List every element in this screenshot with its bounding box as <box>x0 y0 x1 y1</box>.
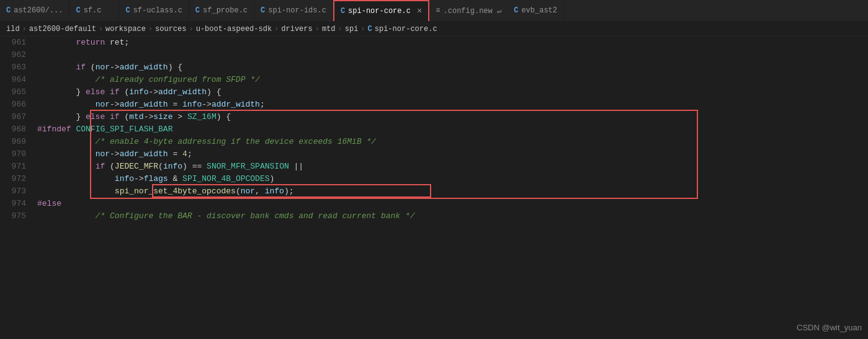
tab-evb-ast2[interactable]: C evb_ast2 <box>508 0 564 22</box>
list-icon: ≡ <box>436 6 440 15</box>
code-line-975: /* Configure the BAR - discover bank cmd… <box>37 210 868 222</box>
c-file-icon: C <box>261 6 265 15</box>
close-icon[interactable]: × <box>417 6 422 16</box>
code-line-969: /* enable 4-byte addressing if the devic… <box>37 136 868 148</box>
tab-label: ast2600/... <box>14 6 63 15</box>
tab-sf-uclass[interactable]: C sf-uclass.c <box>119 0 189 22</box>
c-breadcrumb-icon: C <box>368 25 372 33</box>
c-file-icon: C <box>341 7 345 15</box>
tab-label: spi-nor-core.c <box>348 7 411 15</box>
breadcrumb: ild › ast2600-default › workspace › sour… <box>0 22 868 37</box>
code-line-970: nor->addr_width = 4; <box>37 148 868 161</box>
tab-label: sf-uclass.c <box>133 6 182 15</box>
code-line-964: /* already configured from SFDP */ <box>37 74 868 86</box>
code-line-963: if (nor->addr_width) { <box>37 61 868 74</box>
code-line-966: nor->addr_width = info->addr_width; <box>37 99 868 111</box>
tab-label: .config.new ↵ <box>444 6 502 15</box>
c-file-icon: C <box>6 6 11 15</box>
c-file-icon: C <box>514 6 518 15</box>
tab-sf-c[interactable]: C sf.c <box>69 0 119 22</box>
c-file-icon: C <box>195 6 200 15</box>
code-line-961: return ret; <box>37 37 868 49</box>
tab-label: sf.c <box>84 6 102 15</box>
code-line-968: #ifndef CONFIG_SPI_FLASH_BAR <box>37 123 868 136</box>
code-content: return ret; if (nor->addr_width) { /* al… <box>31 37 868 339</box>
code-line-967: } else if (mtd->size > SZ_16M) { <box>37 111 868 123</box>
tab-bar: C ast2600/... C sf.c C sf-uclass.c C sf_… <box>0 0 868 22</box>
code-line-973: spi_nor_set_4byte_opcodes(nor, info); <box>37 185 868 198</box>
code-line-962 <box>37 49 868 61</box>
line-numbers: 961 962 963 964 965 966 967 968 969 970 … <box>0 37 31 339</box>
code-line-971: if (JEDEC_MFR(info) == SNOR_MFR_SPANSION… <box>37 161 868 173</box>
tab-sf-probe[interactable]: C sf_probe.c <box>189 0 254 22</box>
tab-label: spi-nor-ids.c <box>268 6 326 15</box>
tab-config-new[interactable]: ≡ .config.new ↵ <box>429 6 508 15</box>
tab-label: sf_probe.c <box>203 6 248 15</box>
code-area: 961 962 963 964 965 966 967 968 969 970 … <box>0 37 868 339</box>
c-file-icon: C <box>125 6 130 15</box>
code-line-972: info->flags & SPI_NOR_4B_OPCODES) <box>37 173 868 185</box>
code-line-965: } else if (info->addr_width) { <box>37 86 868 99</box>
tab-spi-nor-core[interactable]: C spi-nor-core.c × <box>333 0 429 22</box>
watermark: CSDN @wit_yuan <box>797 322 862 334</box>
tab-ast2600[interactable]: C ast2600/... <box>0 0 69 22</box>
tab-spi-nor-ids[interactable]: C spi-nor-ids.c <box>254 0 333 22</box>
c-file-icon: C <box>76 6 80 15</box>
code-line-974: #else <box>37 198 868 210</box>
tab-label: evb_ast2 <box>521 6 557 15</box>
